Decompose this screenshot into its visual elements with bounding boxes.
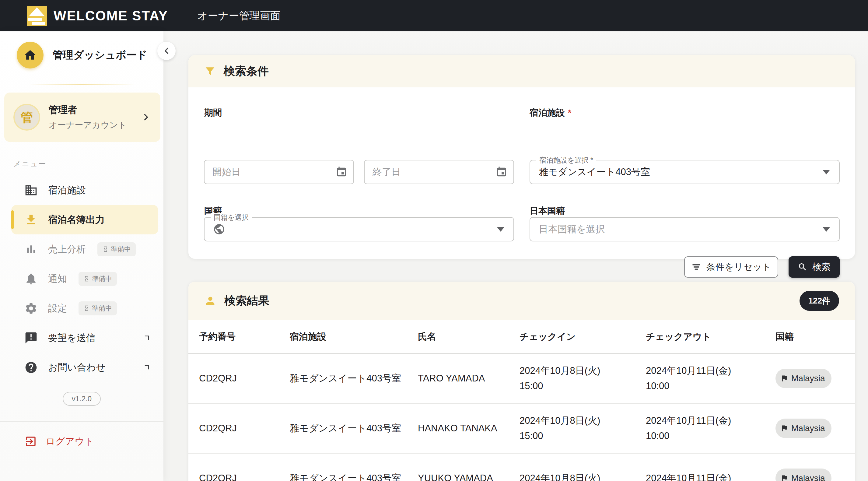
sidebar-item-sales-analysis[interactable]: 売上分析 準備中 [0, 234, 163, 264]
table-row[interactable]: CD2QRJ 雅モダンスイート403号室 YUUKO YAMADA 2024年1… [188, 454, 855, 481]
column-header: 国籍 [775, 329, 855, 344]
checkin-datetime: 2024年10月8日(火) 15:00 [520, 413, 646, 443]
sidebar-item-facilities[interactable]: 宿泊施設 [0, 175, 163, 205]
home-icon[interactable] [17, 42, 43, 68]
dashboard-title: 管理ダッシュボード [53, 48, 147, 62]
sidebar-item-settings[interactable]: 設定 準備中 [0, 294, 163, 323]
reservation-number: CD2QRJ [199, 371, 290, 386]
sidebar-item-label: 要望を送信 [48, 332, 96, 344]
result-count-badge: 122件 [800, 291, 839, 311]
sidebar-collapse-button[interactable] [157, 42, 176, 60]
table-row[interactable]: CD2QRJ 雅モダンスイート403号室 TARO YAMADA 2024年10… [188, 354, 855, 404]
logout-icon [24, 435, 37, 448]
hourglass-icon [102, 246, 108, 252]
bar-chart-icon [24, 243, 38, 256]
nationality-chip: Malaysia [775, 419, 832, 439]
filter-list-icon [691, 262, 702, 272]
sidebar-item-notifications[interactable]: 通知 準備中 [0, 264, 163, 294]
top-bar: WELCOME STAY オーナー管理画面 [0, 0, 868, 31]
sidebar-item-label: 宿泊施設 [48, 184, 86, 197]
globe-icon [213, 223, 225, 235]
brand-logo-icon [27, 6, 47, 26]
menu-section-label: メニュー [13, 159, 163, 169]
brand-name: WELCOME STAY [54, 8, 168, 24]
feedback-icon [24, 331, 38, 344]
facility-name: 雅モダンスイート403号室 [290, 371, 418, 386]
table-header-row: 予約番号 宿泊施設 氏名 チェックイン チェックアウト 国籍 [188, 320, 855, 354]
facility-name: 雅モダンスイート403号室 [290, 471, 418, 481]
guest-name: YUUKO YAMADA [418, 471, 520, 481]
search-icon [798, 262, 807, 272]
nationality-select-floating-label: 国籍を選択 [211, 213, 252, 222]
flag-icon [780, 374, 788, 382]
flag-icon [780, 424, 788, 432]
table-row[interactable]: CD2QRJ 雅モダンスイート403号室 HANAKO TANAKA 2024年… [188, 404, 855, 454]
sidebar-item-guest-list-export[interactable]: 宿泊名簿出力 [11, 205, 158, 234]
sidebar-divider [29, 84, 134, 85]
checkin-datetime: 2024年10月8日(火) 15:00 [520, 363, 646, 393]
facility-name: 雅モダンスイート403号室 [290, 421, 418, 436]
calendar-icon[interactable] [496, 166, 507, 178]
hourglass-icon [83, 275, 90, 282]
dashboard-link[interactable]: 管理ダッシュボード [0, 31, 163, 68]
checkout-datetime: 2024年10月11日(金) [646, 471, 775, 481]
calendar-icon[interactable] [336, 166, 347, 178]
japanese-nationality-placeholder: 日本国籍を選択 [539, 223, 823, 236]
version-badge: v1.2.0 [63, 392, 101, 406]
sidebar-item-label: 売上分析 [48, 243, 86, 256]
start-date-field[interactable] [204, 160, 354, 184]
sidebar-item-send-request[interactable]: 要望を送信 [0, 323, 163, 353]
filter-icon [204, 65, 216, 77]
column-header: チェックアウト [646, 329, 775, 344]
logout-label: ログアウト [45, 435, 94, 448]
chevron-right-icon [141, 112, 151, 122]
account-name: 管理者 [49, 103, 132, 116]
sidebar-item-label: 通知 [48, 272, 67, 285]
chevron-down-icon [823, 227, 830, 232]
search-form: 期間 宿泊施設* 宿泊施設を選択 * 雅モダンスイート403号室 国籍 国籍を選… [188, 87, 855, 259]
column-header: 予約番号 [199, 329, 290, 344]
chevron-down-icon [497, 227, 504, 232]
nationality-select[interactable]: 国籍を選択 [204, 217, 514, 241]
sidebar-item-contact[interactable]: お問い合わせ [0, 353, 163, 382]
facility-select[interactable]: 宿泊施設を選択 * 雅モダンスイート403号室 [530, 160, 840, 184]
end-date-input[interactable] [373, 167, 496, 178]
account-card[interactable]: 管 管理者 オーナーアカウント [4, 93, 160, 142]
status-badge: 準備中 [97, 242, 136, 256]
facility-label: 宿泊施設* [530, 107, 571, 119]
chevron-down-icon [823, 170, 830, 175]
search-panel-title: 検索条件 [224, 64, 269, 79]
end-date-field[interactable] [364, 160, 514, 184]
search-results-panel: 検索結果 122件 予約番号 宿泊施設 氏名 チェックイン チェックアウト 国籍… [188, 281, 855, 481]
flag-icon [780, 474, 788, 481]
column-header: チェックイン [520, 329, 646, 344]
gear-icon [24, 302, 38, 315]
japanese-nationality-label: 日本国籍 [530, 205, 565, 217]
checkout-datetime: 2024年10月11日(金) 10:00 [646, 413, 775, 443]
external-link-icon [142, 333, 151, 342]
start-date-input[interactable] [212, 167, 336, 178]
account-role: オーナーアカウント [49, 119, 132, 131]
download-icon [24, 213, 38, 227]
chevron-left-icon [161, 46, 172, 56]
app-title: オーナー管理画面 [197, 9, 281, 23]
checkin-datetime: 2024年10月8日(火) [520, 471, 646, 481]
search-button[interactable]: 検索 [788, 256, 840, 278]
results-panel-header: 検索結果 122件 [188, 281, 855, 320]
sidebar-item-label: 宿泊名簿出力 [48, 213, 105, 226]
column-header: 氏名 [418, 329, 520, 344]
japanese-nationality-select[interactable]: 日本国籍を選択 [530, 217, 840, 241]
status-badge: 準備中 [79, 272, 117, 286]
guest-name: TARO YAMADA [418, 371, 520, 386]
avatar: 管 [13, 104, 40, 130]
nationality-chip: Malaysia [775, 469, 832, 481]
required-asterisk: * [568, 108, 571, 118]
logout-button[interactable]: ログアウト [0, 422, 163, 448]
facility-select-floating-label: 宿泊施設を選択 * [536, 156, 596, 165]
reset-conditions-button[interactable]: 条件をリセット [684, 256, 778, 278]
external-link-icon [142, 363, 151, 372]
person-icon [204, 295, 216, 307]
search-conditions-panel: 検索条件 期間 宿泊施設* 宿泊施設を選択 * 雅モダンスイート403号室 国籍… [188, 55, 855, 259]
sidebar: 管理ダッシュボード 管 管理者 オーナーアカウント メニュー 宿泊施設 宿泊名簿… [0, 31, 163, 481]
column-header: 宿泊施設 [290, 329, 418, 344]
